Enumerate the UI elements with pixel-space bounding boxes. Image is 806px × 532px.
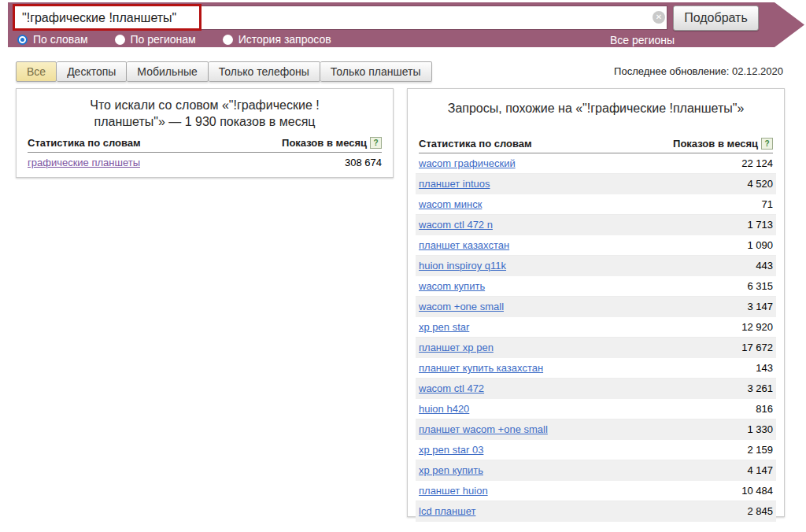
column-keyword-header: Статистика по словам <box>419 138 532 150</box>
all-regions-link[interactable]: Все регионы <box>610 34 675 48</box>
phrase-stats-title-line1: Что искали со словом «"!графические ! <box>90 98 319 112</box>
impressions-value: 308 674 <box>345 157 382 168</box>
device-tab[interactable]: Только телефоны <box>209 61 320 82</box>
keyword-link[interactable]: huion h420 <box>419 403 469 415</box>
radio-icon <box>223 35 233 45</box>
column-impressions-label: Показов в месяц <box>282 137 367 149</box>
impressions-value: 12 920 <box>741 321 773 333</box>
keyword-link[interactable]: wacom +one small <box>419 301 504 312</box>
column-impressions-header: Показов в месяц? <box>282 137 382 149</box>
impressions-value: 17 672 <box>741 342 773 353</box>
impressions-value: 2 159 <box>747 444 773 456</box>
table-row: wacom купить 6 315 <box>416 276 776 297</box>
keyword-link[interactable]: xp pen star 03 <box>419 444 483 456</box>
radio-icon <box>17 35 28 45</box>
phrase-stats-title: Что искали со словом «"!графические ! пл… <box>32 97 377 130</box>
impressions-value: 4 520 <box>747 178 773 190</box>
search-mode-radios: По словам По регионам История запросов <box>17 33 358 46</box>
device-tab[interactable]: Мобильные <box>127 61 209 82</box>
keyword-link[interactable]: wacom ctl 472 <box>419 382 484 394</box>
table-row: wacom +one small 3 147 <box>416 297 776 317</box>
keyword-link[interactable]: huion inspiroy q11k <box>419 260 506 272</box>
phrase-stats-rows: графические планшеты 308 674 <box>24 153 385 172</box>
clear-icon[interactable]: ✕ <box>653 11 665 24</box>
keyword-link[interactable]: xp pen star <box>419 321 469 333</box>
similar-queries-title: Запросы, похожие на «"!графические !план… <box>423 100 768 116</box>
table-row: wacom графический 22 124 <box>416 153 776 174</box>
phrase-stats-title-line2: планшеты"» — 1 930 показов в месяц <box>94 115 315 128</box>
impressions-value: 4 147 <box>747 464 773 476</box>
keyword-link[interactable]: xp pen купить <box>419 464 483 476</box>
impressions-value: 10 484 <box>741 485 773 497</box>
table-row: lcd планшет 2 845 <box>416 501 776 522</box>
impressions-value: 1 090 <box>747 239 773 251</box>
similar-queries-rows: wacom графический 22 124 планшет intuos … <box>416 153 776 522</box>
impressions-value: 2 845 <box>747 505 773 517</box>
similar-queries-panel: Запросы, похожие на «"!графические !план… <box>407 88 785 517</box>
device-tab[interactable]: Все <box>16 61 57 82</box>
table-row: xp pen star 12 920 <box>416 317 776 338</box>
keyword-link[interactable]: wacom графический <box>419 157 516 169</box>
keyword-link[interactable]: wacom купить <box>419 280 485 292</box>
impressions-value: 71 <box>762 198 773 210</box>
search-header-bar: ✕ Подобрать По словам По регионам Истори… <box>8 2 804 47</box>
last-update-text: Последнее обновление: 02.12.2020 <box>614 65 783 77</box>
search-mode-label: История запросов <box>238 33 331 46</box>
search-mode-radio[interactable]: По регионам <box>115 33 196 46</box>
keyword-link[interactable]: планшет intuos <box>419 178 490 190</box>
device-tab[interactable]: Десктопы <box>57 61 127 82</box>
table-row: xp pen купить 4 147 <box>416 460 776 481</box>
keyword-link[interactable]: lcd планшет <box>419 505 475 517</box>
keyword-link[interactable]: планшет казахстан <box>419 239 509 251</box>
table-row: huion h420 816 <box>416 399 776 419</box>
impressions-value: 816 <box>756 403 773 415</box>
table-row: планшет huion 10 484 <box>416 481 776 501</box>
table-row: планшет intuos 4 520 <box>416 174 776 194</box>
device-tabs: ВсеДесктопыМобильныеТолько телефоныТольк… <box>16 61 432 82</box>
keyword-link[interactable]: планшет xp pen <box>419 342 494 353</box>
table-row: wacom ctl 472 3 261 <box>416 379 776 399</box>
search-mode-radio[interactable]: История запросов <box>223 33 331 46</box>
impressions-value: 22 124 <box>741 157 773 169</box>
impressions-value: 3 147 <box>747 301 773 312</box>
impressions-value: 443 <box>756 260 773 272</box>
device-tab[interactable]: Только планшеты <box>320 61 432 82</box>
impressions-value: 1 330 <box>747 423 773 435</box>
search-mode-radio[interactable]: По словам <box>17 33 88 46</box>
radio-icon <box>115 35 125 45</box>
keyword-link[interactable]: планшет huion <box>419 485 488 497</box>
table-row: планшет xp pen 17 672 <box>416 338 776 358</box>
keyword-link[interactable]: графические планшеты <box>28 157 140 168</box>
impressions-value: 1 713 <box>747 219 773 231</box>
phrase-stats-panel: Что искали со словом «"!графические ! пл… <box>16 88 394 178</box>
help-icon[interactable]: ? <box>761 138 773 150</box>
help-icon[interactable]: ? <box>370 137 382 149</box>
table-row: планшет wacom +one small 1 330 <box>416 419 776 440</box>
keyword-link[interactable]: планшет купить казахстан <box>419 362 543 374</box>
impressions-value: 143 <box>756 362 773 374</box>
table-row: wacom минск 71 <box>416 194 776 215</box>
keyword-link[interactable]: wacom минск <box>419 198 482 210</box>
search-input[interactable] <box>14 6 667 30</box>
column-impressions-label: Показов в месяц <box>673 138 758 150</box>
table-row: планшет купить казахстан 143 <box>416 358 776 379</box>
table-row: huion inspiroy q11k 443 <box>416 256 776 276</box>
keyword-link[interactable]: wacom ctl 472 n <box>419 219 493 231</box>
table-header: Статистика по словам Показов в месяц? <box>28 137 382 153</box>
table-header: Статистика по словам Показов в месяц? <box>419 138 773 153</box>
table-row: xp pen star 03 2 159 <box>416 440 776 460</box>
column-keyword-header: Статистика по словам <box>28 137 141 149</box>
submit-button[interactable]: Подобрать <box>673 6 759 31</box>
column-impressions-header: Показов в месяц? <box>673 138 773 150</box>
keyword-link[interactable]: планшет wacom +one small <box>419 423 548 435</box>
impressions-value: 6 315 <box>747 280 773 292</box>
impressions-value: 3 261 <box>747 382 773 394</box>
table-row: графические планшеты 308 674 <box>24 153 385 172</box>
search-mode-label: По словам <box>33 33 88 46</box>
table-row: планшет казахстан 1 090 <box>416 235 776 256</box>
search-mode-label: По регионам <box>131 33 196 46</box>
table-row: wacom ctl 472 n 1 713 <box>416 215 776 235</box>
